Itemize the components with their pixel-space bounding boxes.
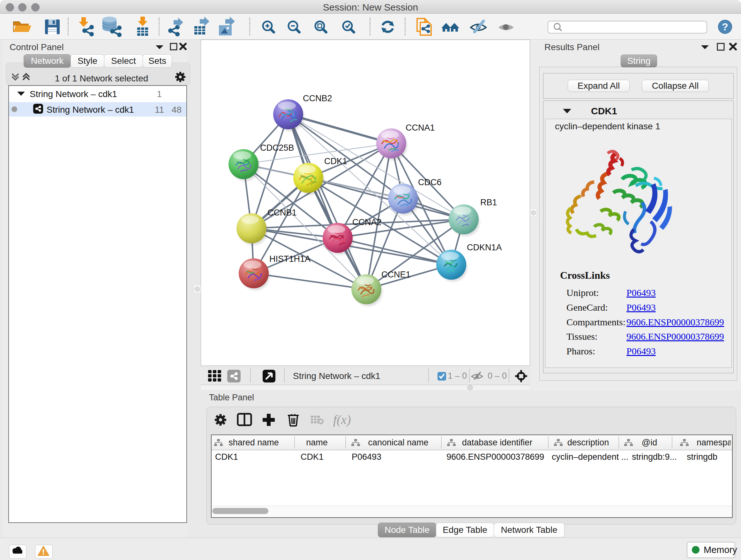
svg-text:CCNE1: CCNE1 [381, 270, 411, 279]
svg-text:1 – 0: 1 – 0 [448, 371, 467, 381]
svg-text:String Network – cdk1: String Network – cdk1 [293, 371, 381, 381]
svg-text:Memory: Memory [704, 545, 737, 555]
svg-text:HIST1H1A: HIST1H1A [269, 254, 311, 264]
svg-text:CDK1: CDK1 [324, 157, 347, 166]
svg-text:@id: @id [642, 438, 657, 447]
svg-text:name: name [306, 438, 328, 447]
svg-text:CDC6: CDC6 [418, 178, 442, 187]
svg-text:shared name: shared name [228, 438, 279, 447]
svg-text:f(x): f(x) [333, 413, 351, 427]
svg-text:database identifier: database identifier [462, 438, 533, 447]
svg-text:?: ? [722, 21, 728, 33]
svg-text:CCNA1: CCNA1 [406, 123, 435, 132]
svg-text:description: description [567, 438, 609, 447]
svg-text:RB1: RB1 [480, 198, 497, 207]
svg-text:namespac: namespac [697, 438, 731, 447]
svg-text:CDC25B: CDC25B [260, 143, 294, 152]
svg-text:canonical name: canonical name [368, 438, 428, 447]
svg-text:0 – 0: 0 – 0 [488, 371, 507, 381]
svg-text:CCNB1: CCNB1 [267, 208, 297, 217]
svg-text:CCNA2: CCNA2 [352, 217, 382, 227]
svg-text:CCNB2: CCNB2 [303, 94, 332, 103]
svg-text:CDKN1A: CDKN1A [467, 243, 502, 252]
